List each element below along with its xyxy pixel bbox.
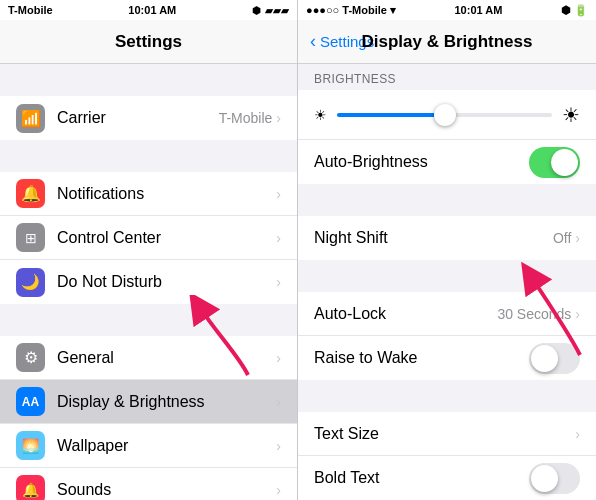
settings-list: 📶 Carrier T-Mobile › 🔔 Notifications › ⊞ (0, 64, 297, 500)
bluetooth-icon: ⬢ (252, 5, 261, 16)
left-status-icons: ⬢ ▰▰▰ (252, 5, 289, 16)
auto-brightness-toggle[interactable] (529, 147, 580, 178)
text-size-chevron: › (575, 426, 580, 442)
notifications-icon: 🔔 (16, 179, 45, 208)
control-center-row[interactable]: ⊞ Control Center › (0, 216, 297, 260)
brightness-low-icon: ☀ (314, 107, 327, 123)
raise-to-wake-toggle[interactable] (529, 343, 580, 374)
dnd-icon: 🌙 (16, 268, 45, 297)
auto-lock-value: 30 Seconds (497, 306, 571, 322)
carrier-value: T-Mobile (219, 110, 273, 126)
wallpaper-row[interactable]: 🌅 Wallpaper › (0, 424, 297, 468)
notifications-row[interactable]: 🔔 Notifications › (0, 172, 297, 216)
night-shift-label: Night Shift (314, 229, 553, 247)
right-time: 10:01 AM (455, 4, 503, 16)
sounds-row[interactable]: 🔔 Sounds › (0, 468, 297, 500)
right-status-bar: ●●●○○ T-Mobile ▾ 10:01 AM ⬢ 🔋 (298, 0, 596, 20)
section-divider-2 (0, 304, 297, 336)
dnd-label: Do Not Disturb (57, 273, 276, 291)
night-shift-row[interactable]: Night Shift Off › (298, 216, 596, 260)
night-shift-section: Night Shift Off › (298, 216, 596, 260)
left-nav-title: Settings (115, 32, 182, 52)
brightness-slider-thumb[interactable] (434, 104, 456, 126)
brightness-slider-fill (337, 113, 445, 117)
right-nav-content: ‹ Settings Display & Brightness (298, 20, 596, 63)
sounds-chevron: › (276, 482, 281, 498)
notifications-section: 🔔 Notifications › ⊞ Control Center › 🌙 D… (0, 172, 297, 304)
right-nav-bar: ●●●○○ T-Mobile ▾ 10:01 AM ⬢ 🔋 ‹ Settings… (298, 0, 596, 64)
lock-section: Auto-Lock 30 Seconds › Raise to Wake (298, 292, 596, 380)
carrier-section: 📶 Carrier T-Mobile › (0, 96, 297, 140)
brightness-slider-row[interactable]: ☀ ☀ (298, 90, 596, 140)
display-chevron: › (276, 394, 281, 410)
carrier-row[interactable]: 📶 Carrier T-Mobile › (0, 96, 297, 140)
right-divider-3 (298, 380, 596, 412)
auto-brightness-label: Auto-Brightness (314, 153, 529, 171)
left-status-bar: T-Mobile 10:01 AM ⬢ ▰▰▰ (0, 0, 297, 20)
control-center-icon: ⊞ (16, 223, 45, 252)
left-time: 10:01 AM (128, 4, 176, 16)
sounds-icon: 🔔 (16, 475, 45, 500)
wallpaper-icon: 🌅 (16, 431, 45, 460)
right-divider-2 (298, 260, 596, 292)
left-panel: T-Mobile 10:01 AM ⬢ ▰▰▰ Settings 📶 Carri… (0, 0, 298, 500)
general-label: General (57, 349, 276, 367)
notifications-chevron: › (276, 186, 281, 202)
control-center-label: Control Center (57, 229, 276, 247)
right-divider-1 (298, 184, 596, 216)
section-divider-top (0, 64, 297, 96)
do-not-disturb-row[interactable]: 🌙 Do Not Disturb › (0, 260, 297, 304)
night-shift-chevron: › (575, 230, 580, 246)
right-panel: ●●●○○ T-Mobile ▾ 10:01 AM ⬢ 🔋 ‹ Settings… (298, 0, 596, 500)
carrier-icon: 📶 (16, 104, 45, 133)
dnd-chevron: › (276, 274, 281, 290)
right-nav-title: Display & Brightness (362, 32, 533, 52)
night-shift-value: Off (553, 230, 571, 246)
brightness-slider-track[interactable] (337, 113, 552, 117)
text-section: Text Size › Bold Text (298, 412, 596, 500)
brightness-high-icon: ☀ (562, 103, 580, 127)
right-status-icons: ⬢ 🔋 (561, 4, 588, 17)
auto-brightness-row[interactable]: Auto-Brightness (298, 140, 596, 184)
raise-to-wake-thumb (531, 345, 558, 372)
text-size-label: Text Size (314, 425, 575, 443)
bold-text-row[interactable]: Bold Text (298, 456, 596, 500)
bold-text-label: Bold Text (314, 469, 529, 487)
carrier-chevron: › (276, 110, 281, 126)
section-divider-1 (0, 140, 297, 172)
bold-text-thumb (531, 465, 558, 492)
auto-lock-row[interactable]: Auto-Lock 30 Seconds › (298, 292, 596, 336)
display-brightness-row[interactable]: AA Display & Brightness › (0, 380, 297, 424)
battery-icon: ▰▰▰ (265, 5, 289, 16)
carrier-label: Carrier (57, 109, 219, 127)
sounds-label: Sounds (57, 481, 276, 499)
display-icon: AA (16, 387, 45, 416)
auto-brightness-thumb (551, 149, 578, 176)
brightness-section: ☀ ☀ Auto-Brightness (298, 90, 596, 184)
general-icon: ⚙ (16, 343, 45, 372)
wallpaper-chevron: › (276, 438, 281, 454)
notifications-label: Notifications (57, 185, 276, 203)
text-size-row[interactable]: Text Size › (298, 412, 596, 456)
general-section: ⚙ General › AA Display & Brightness › 🌅 … (0, 336, 297, 500)
wallpaper-label: Wallpaper (57, 437, 276, 455)
control-center-chevron: › (276, 230, 281, 246)
bold-text-toggle[interactable] (529, 463, 580, 494)
auto-lock-chevron: › (575, 306, 580, 322)
brightness-header: BRIGHTNESS (298, 64, 596, 90)
left-nav-bar: Settings (0, 20, 297, 64)
left-carrier: T-Mobile (8, 4, 53, 16)
right-carrier: ●●●○○ T-Mobile ▾ (306, 4, 396, 17)
general-chevron: › (276, 350, 281, 366)
general-row[interactable]: ⚙ General › (0, 336, 297, 380)
display-brightness-label: Display & Brightness (57, 393, 276, 411)
raise-to-wake-row[interactable]: Raise to Wake (298, 336, 596, 380)
back-chevron-icon: ‹ (310, 31, 316, 52)
right-content: BRIGHTNESS ☀ ☀ Auto-Brightness (298, 64, 596, 500)
raise-to-wake-label: Raise to Wake (314, 349, 529, 367)
auto-lock-label: Auto-Lock (314, 305, 497, 323)
